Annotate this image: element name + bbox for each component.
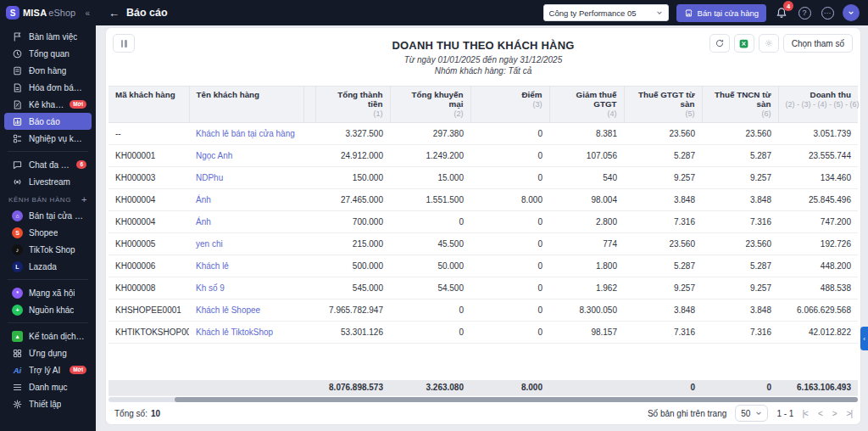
revenue-cell: 42.012.822 [778,322,858,344]
sidebar-badge: Mới [70,366,86,374]
next-page-button[interactable]: > [832,409,837,418]
points-cell: 0 [470,123,549,145]
export-excel-button[interactable] [734,34,754,53]
points-cell: 0 [470,322,549,344]
chevron-down-icon [755,410,762,417]
apps-icon [12,348,23,359]
pit-platform-cell: 23.560 [702,233,778,255]
total-count-label: Tổng số: [114,409,147,418]
vat-platform-cell: 3.848 [624,299,702,322]
sidebar-collapse-icon[interactable]: « [85,8,90,18]
col-customer-name[interactable]: Tên khách hàng [189,87,303,123]
prev-page-button[interactable]: < [818,409,822,418]
revenue-cell: 3.051.739 [778,123,858,145]
table-row[interactable]: KH000008 Kh số 9 545.000 54.500 0 1.962 … [108,277,858,299]
horizontal-scrollbar[interactable] [108,397,858,402]
overview-icon [12,48,23,59]
customer-code-cell: KH000001 [108,145,189,167]
customer-name-link[interactable]: Khách lẻ Shopee [189,299,303,322]
sidebar-item[interactable]: Bàn làm việc [4,28,92,45]
more-apps-icon[interactable]: ⋯ [820,5,835,20]
report-settings-button[interactable] [759,34,779,53]
help-icon[interactable]: ? [797,5,812,20]
page-range: 1 - 1 [776,409,793,418]
vat-reduction-cell: 107.056 [549,145,624,167]
points-cell: 0 [470,167,549,189]
refresh-button[interactable] [709,34,730,53]
table-row[interactable]: KH000001 Ngọc Anh 24.912.000 1.249.200 0… [108,145,858,167]
col-total-promo[interactable]: Tổng khuyến mại(2) [390,87,470,123]
vat-platform-cell: 3.848 [624,189,702,211]
table-row[interactable]: KH000003 NDPhu 150.000 15.000 0 540 9.25… [108,167,858,189]
total-amount-cell: 53.301.126 [315,322,390,344]
sidebar-item[interactable]: Nghiệp vụ khác [4,130,92,147]
content-area: DOANH THU THEO KHÁCH HÀNG Từ ngày 01/01/… [96,25,868,431]
sidebar-item[interactable]: ♪ TikTok Shop [4,241,92,258]
col-vat-reduction[interactable]: Giảm thuế GTGT(4) [549,87,624,123]
sidebar-item[interactable]: Kê khai thuế Mới [4,96,92,113]
panel-toggle-button[interactable] [113,34,135,53]
sidebar-item[interactable]: Ứng dụng [4,344,92,361]
company-select[interactable]: Công ty Performance 05 [543,4,669,21]
customer-name-link[interactable]: Ánh [189,211,303,233]
sidebar-item[interactable]: Đơn hàng [4,62,92,79]
total-amount-cell: 24.912.000 [315,145,390,167]
customer-name-link[interactable]: Khách lẻ [189,255,303,277]
shopee-icon: S [12,227,23,238]
customer-name-link[interactable]: Khách lẻ TiktokShop [189,322,303,344]
table-row[interactable]: KH000006 Khách lẻ 500.000 50.000 0 1.800… [108,255,858,277]
last-page-button[interactable]: >| [847,409,852,418]
sidebar-item[interactable]: Tổng quan [4,45,92,62]
vat-reduction-cell: 774 [549,233,624,255]
sidebar-item[interactable]: ⌂ Bán tại cửa hàng [4,207,92,224]
table-header-row: Mã khách hàng Tên khách hàng Tổng thành … [108,87,858,123]
col-vat-platform[interactable]: Thuế GTGT từ sàn(5) [624,87,702,123]
col-pit-platform[interactable]: Thuế TNCN từ sàn(6) [702,87,778,123]
per-page-select[interactable]: 50 [735,405,768,422]
col-customer-code[interactable]: Mã khách hàng [108,87,189,123]
sidebar-item[interactable]: Livestream [4,173,92,190]
sidebar-item[interactable]: Chat đa kênh 6 [4,156,92,173]
sidebar-item[interactable]: S Shopee [4,224,92,241]
sidebar-item[interactable]: Thiết lập [4,395,92,412]
customer-name-link[interactable]: Khách lẻ bán tại cửa hàng [189,123,303,145]
sidebar-item[interactable]: L Lazada [4,258,92,275]
sidebar-item[interactable]: * Mạng xã hội [4,284,92,301]
customer-name-link[interactable]: Ngọc Anh [189,145,303,167]
sidebar-item[interactable]: Ai Trợ lý AI Mới [4,361,92,378]
total-amount-cell: 500.000 [315,255,390,277]
table-row[interactable]: KH000004 Ánh 27.465.000 1.551.500 8.000 … [108,189,858,211]
table-row[interactable]: KHTIKTOKSHOP000 Khách lẻ TiktokShop 53.3… [108,322,858,344]
table-row[interactable]: -- Khách lẻ bán tại cửa hàng 3.327.500 2… [108,123,858,145]
sidebar-item[interactable]: Báo cáo [4,113,92,130]
expand-panel-handle[interactable]: ‹ [860,327,868,350]
choose-params-button[interactable]: Chọn tham số [783,34,853,53]
table-row[interactable]: KHSHOPEE0001 Khách lẻ Shopee 7.965.782.9… [108,299,858,322]
customer-name-link[interactable]: Ánh [189,189,303,211]
first-page-button[interactable]: |< [802,409,807,418]
avatar[interactable] [843,4,860,21]
notification-bell-icon[interactable]: 4 [774,5,789,20]
table-row[interactable]: KH000005 yen chi 215.000 45.500 0 774 23… [108,233,858,255]
brand-name: MISA [23,8,47,18]
col-points[interactable]: Điểm(3) [470,87,549,123]
sidebar-item[interactable]: ▲ Kế toán dịch vụ [4,327,92,344]
customer-name-link[interactable]: yen chi [189,233,303,255]
vat-reduction-cell: 8.381 [549,123,624,145]
total-promo-cell: 0 [390,299,470,322]
back-icon[interactable]: ← [108,7,120,20]
sidebar-item[interactable]: Hóa đơn bán hàng [4,79,92,96]
customer-name-link[interactable]: NDPhu [189,167,303,189]
total-amount-cell: 3.327.500 [315,123,390,145]
customer-name-link[interactable]: Kh số 9 [189,277,303,299]
scrollbar-thumb[interactable] [175,397,858,402]
sidebar-item[interactable]: Danh mục [4,378,92,395]
page-title: Báo cáo [126,7,168,19]
table-row[interactable]: KH000004 Ánh 700.000 0 0 2.800 7.316 7.3… [108,211,858,233]
col-total-amount[interactable]: Tổng thành tiền(1) [315,87,390,123]
store-button[interactable]: Bán tại cửa hàng [676,4,766,22]
col-revenue[interactable]: Doanh thu(2) - (3) - (4) - (5) - (6) [778,87,858,123]
points-cell: 8.000 [470,189,549,211]
add-channel-button[interactable]: + [81,194,87,204]
sidebar-item[interactable]: + Nguồn khác [4,301,92,318]
